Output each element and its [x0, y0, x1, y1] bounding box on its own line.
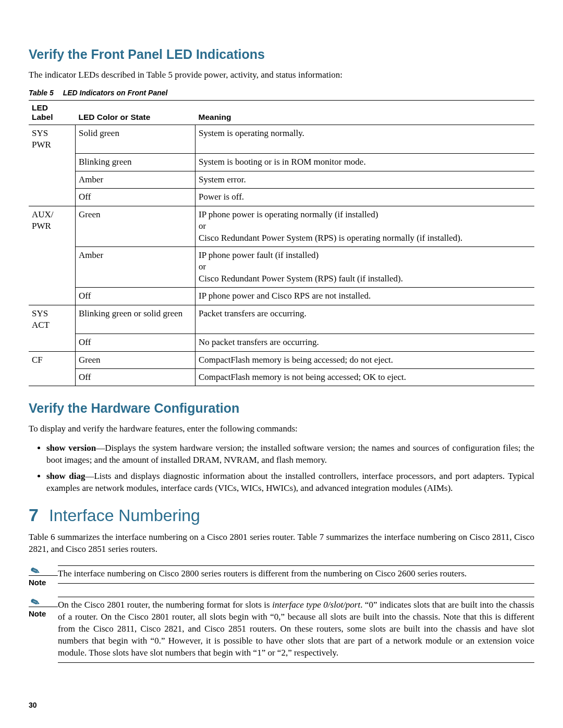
cell-led-meaning: IP phone power fault (if installed)orCis… [195, 246, 535, 287]
cell-led-meaning: CompactFlash memory is being accessed; d… [195, 351, 535, 368]
cell-led-state: Amber [76, 246, 195, 287]
page-number: 30 [29, 701, 37, 709]
cell-led-state: Green [76, 206, 195, 246]
cell-led-meaning: System error. [195, 171, 535, 188]
note-label-2: ✎ Note [29, 594, 58, 618]
cell-led-state: Off [76, 288, 195, 305]
cell-led-meaning: IP phone power and Cisco RPS are not ins… [195, 288, 535, 305]
cell-led-label [29, 171, 76, 188]
table-row: CFGreenCompactFlash memory is being acce… [29, 351, 534, 368]
heading-section-7: 7Interface Numbering [29, 505, 534, 525]
table-row: OffIP phone power and Cisco RPS are not … [29, 288, 534, 305]
table-row: OffNo packet transfers are occurring. [29, 334, 534, 351]
th-led-state: LED Color or State [76, 100, 195, 125]
cell-led-meaning: Power is off. [195, 189, 535, 206]
cell-led-label [29, 154, 76, 171]
para-hwcfg-intro: To display and verify the hardware featu… [29, 423, 534, 435]
table-row: OffCompactFlash memory is not being acce… [29, 368, 534, 386]
note-body-2: On the Cisco 2801 router, the numbering … [58, 594, 534, 665]
th-led-meaning: Meaning [195, 100, 535, 125]
cell-led-state: Amber [76, 171, 195, 188]
list-item: show version—Displays the system hardwar… [46, 442, 534, 466]
table5-caption: Table 5LED Indicators on Front Panel [29, 89, 534, 97]
cell-led-meaning: Packet transfers are occurring. [195, 305, 535, 334]
cell-led-meaning: No packet transfers are occurring. [195, 334, 535, 351]
cell-led-state: Solid green [76, 125, 195, 153]
pencil-icon: ✎ [29, 558, 60, 577]
cell-led-meaning: System is booting or is in ROM monitor m… [195, 154, 535, 171]
table-row: AmberSystem error. [29, 171, 534, 188]
pencil-icon: ✎ [29, 589, 60, 609]
cell-led-label: SYSACT [29, 305, 76, 334]
table-row: AmberIP phone power fault (if installed)… [29, 246, 534, 287]
cell-led-state: Green [76, 351, 195, 368]
table-led-indicators: LED Label LED Color or State Meaning SYS… [29, 100, 534, 386]
cell-led-label [29, 246, 76, 287]
para-led-intro: The indicator LEDs described in Table 5 … [29, 69, 534, 81]
note-block-2: ✎ Note On the Cisco 2801 router, the num… [29, 594, 534, 665]
document-page: Verify the Front Panel LED Indications T… [0, 0, 563, 728]
table5-caption-title: LED Indicators on Front Panel [63, 89, 168, 97]
table-row: SYSPWRSolid greenSystem is operating nor… [29, 125, 534, 153]
table-row: AUX/PWRGreenIP phone power is operating … [29, 206, 534, 246]
table-row: SYSACTBlinking green or solid greenPacke… [29, 305, 534, 334]
cell-led-label [29, 334, 76, 351]
section-title: Interface Numbering [49, 506, 200, 525]
list-item: show diag—Lists and displays diagnostic … [46, 471, 534, 495]
commands-list: show version—Displays the system hardwar… [29, 442, 534, 495]
cell-led-label: CF [29, 351, 76, 368]
cell-led-label: AUX/PWR [29, 206, 76, 246]
cell-led-state: Off [76, 334, 195, 351]
cell-led-meaning: CompactFlash memory is not being accesse… [195, 368, 535, 386]
cell-led-meaning: IP phone power is operating normally (if… [195, 206, 535, 246]
cell-led-label [29, 189, 76, 206]
section-number: 7 [29, 505, 39, 525]
table5-caption-label: Table 5 [29, 89, 54, 97]
heading-verify-hw: Verify the Hardware Configuration [29, 401, 534, 416]
table-row: Blinking greenSystem is booting or is in… [29, 154, 534, 171]
note-label-1: ✎ Note [29, 563, 58, 587]
para-ifnum-intro: Table 6 summarizes the interface numberi… [29, 532, 534, 556]
cell-led-state: Off [76, 189, 195, 206]
note-block-1: ✎ Note The interface numbering on Cisco … [29, 563, 534, 587]
cell-led-state: Blinking green or solid green [76, 305, 195, 334]
cell-led-label [29, 288, 76, 305]
th-led-label: LED Label [29, 100, 76, 125]
cell-led-state: Blinking green [76, 154, 195, 171]
heading-verify-leds: Verify the Front Panel LED Indications [29, 47, 534, 62]
table-row: OffPower is off. [29, 189, 534, 206]
cell-led-meaning: System is operating normally. [195, 125, 535, 153]
cell-led-label [29, 368, 76, 386]
note-body-1: The interface numbering on Cisco 2800 se… [58, 563, 534, 586]
cell-led-label: SYSPWR [29, 125, 76, 153]
cell-led-state: Off [76, 368, 195, 386]
